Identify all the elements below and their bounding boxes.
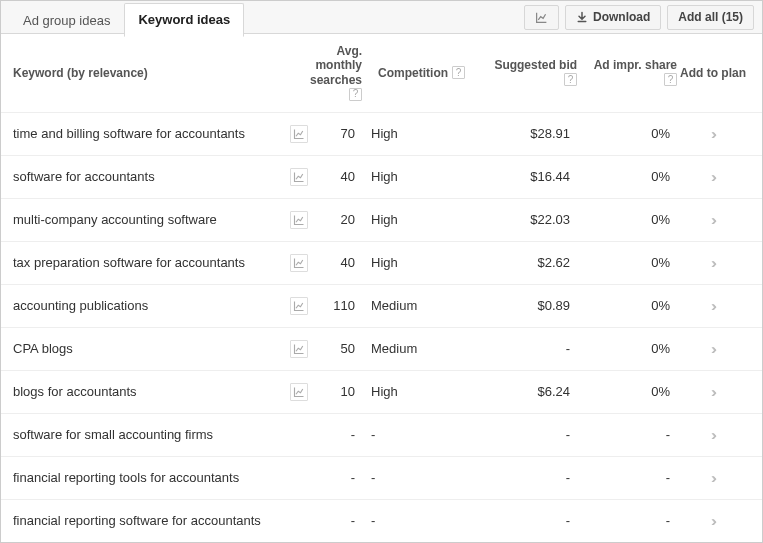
keyword-cell[interactable]: financial reporting tools for accountant… (13, 470, 288, 485)
table-row: time and billing software for accountant… (1, 113, 762, 156)
col-add: Add to plan (677, 66, 754, 80)
share-cell: - (570, 513, 670, 528)
competition-cell: High (365, 169, 475, 184)
keyword-cell[interactable]: accounting publications (13, 298, 288, 313)
competition-cell: - (365, 513, 475, 528)
table-row: financial reporting software for account… (1, 500, 762, 543)
col-keyword[interactable]: Keyword (by relevance) (13, 66, 288, 80)
competition-cell: High (365, 126, 475, 141)
table-row: blogs for accountants10High$6.240%›› (1, 371, 762, 414)
add-to-plan-button[interactable]: ›› (702, 168, 722, 185)
bid-cell: $6.24 (475, 384, 570, 399)
col-competition[interactable]: Competition? (372, 66, 482, 80)
share-cell: - (570, 427, 670, 442)
competition-cell: High (365, 212, 475, 227)
add-to-plan-button[interactable]: ›› (702, 426, 722, 443)
share-cell: 0% (570, 255, 670, 270)
keyword-cell[interactable]: blogs for accountants (13, 384, 288, 399)
trend-chart-icon[interactable] (290, 383, 308, 401)
col-share[interactable]: Ad impr. share ? (577, 58, 677, 87)
trend-chart-icon[interactable] (290, 297, 308, 315)
table-row: multi-company accounting software20High$… (1, 199, 762, 242)
bid-cell: $2.62 (475, 255, 570, 270)
bid-cell: $22.03 (475, 212, 570, 227)
download-label: Download (593, 10, 650, 24)
help-icon[interactable]: ? (349, 88, 362, 101)
col-bid[interactable]: Suggested bid ? (482, 58, 577, 87)
trend-chart-icon[interactable] (290, 340, 308, 358)
competition-cell: High (365, 384, 475, 399)
searches-cell: - (310, 470, 365, 485)
keyword-cell[interactable]: tax preparation software for accountants (13, 255, 288, 270)
trend-chart-icon[interactable] (290, 168, 308, 186)
add-all-button[interactable]: Add all (15) (667, 5, 754, 30)
bid-cell: - (475, 427, 570, 442)
table: Keyword (by relevance) Avg. monthly sear… (1, 34, 762, 543)
searches-cell: 10 (310, 384, 365, 399)
competition-cell: Medium (365, 341, 475, 356)
table-header: Keyword (by relevance) Avg. monthly sear… (1, 34, 762, 113)
download-button[interactable]: Download (565, 5, 661, 30)
searches-cell: 40 (310, 169, 365, 184)
col-searches[interactable]: Avg. monthly searches? (310, 44, 372, 102)
trend-chart-icon[interactable] (290, 254, 308, 272)
keyword-cell[interactable]: multi-company accounting software (13, 212, 288, 227)
competition-cell: - (365, 427, 475, 442)
share-cell: 0% (570, 169, 670, 184)
bid-cell: $28.91 (475, 126, 570, 141)
tab-ad-group-ideas[interactable]: Ad group ideas (9, 4, 124, 37)
add-to-plan-button[interactable]: ›› (702, 254, 722, 271)
add-to-plan-button[interactable]: ›› (702, 512, 722, 529)
competition-cell: High (365, 255, 475, 270)
tab-keyword-ideas[interactable]: Keyword ideas (124, 3, 244, 37)
add-to-plan-button[interactable]: ›› (702, 211, 722, 228)
trend-chart-icon[interactable] (290, 125, 308, 143)
searches-cell: - (310, 427, 365, 442)
chart-button[interactable] (524, 5, 559, 30)
keyword-cell[interactable]: time and billing software for accountant… (13, 126, 288, 141)
share-cell: 0% (570, 384, 670, 399)
add-to-plan-button[interactable]: ›› (702, 125, 722, 142)
searches-cell: 20 (310, 212, 365, 227)
help-icon[interactable]: ? (664, 73, 677, 86)
table-row: financial reporting tools for accountant… (1, 457, 762, 500)
add-to-plan-button[interactable]: ›› (702, 383, 722, 400)
share-cell: - (570, 470, 670, 485)
add-all-label: Add all (15) (678, 10, 743, 24)
chart-icon (535, 11, 548, 24)
bid-cell: - (475, 470, 570, 485)
competition-cell: Medium (365, 298, 475, 313)
table-row: software for small accounting firms----›… (1, 414, 762, 457)
trend-chart-icon[interactable] (290, 211, 308, 229)
keyword-cell[interactable]: financial reporting software for account… (13, 513, 288, 528)
table-row: CPA blogs50Medium-0%›› (1, 328, 762, 371)
searches-cell: 110 (310, 298, 365, 313)
searches-cell: 40 (310, 255, 365, 270)
share-cell: 0% (570, 341, 670, 356)
keyword-cell[interactable]: CPA blogs (13, 341, 288, 356)
add-to-plan-button[interactable]: ›› (702, 340, 722, 357)
bid-cell: - (475, 513, 570, 528)
keyword-cell[interactable]: software for accountants (13, 169, 288, 184)
add-to-plan-button[interactable]: ›› (702, 469, 722, 486)
bid-cell: $0.89 (475, 298, 570, 313)
share-cell: 0% (570, 298, 670, 313)
help-icon[interactable]: ? (564, 73, 577, 86)
table-row: software for accountants40High$16.440%›› (1, 156, 762, 199)
searches-cell: 70 (310, 126, 365, 141)
bid-cell: $16.44 (475, 169, 570, 184)
add-to-plan-button[interactable]: ›› (702, 297, 722, 314)
share-cell: 0% (570, 212, 670, 227)
download-icon (576, 11, 588, 23)
bid-cell: - (475, 341, 570, 356)
searches-cell: 50 (310, 341, 365, 356)
toolbar: Ad group ideas Keyword ideas Download Ad… (1, 1, 762, 34)
table-row: tax preparation software for accountants… (1, 242, 762, 285)
competition-cell: - (365, 470, 475, 485)
searches-cell: - (310, 513, 365, 528)
help-icon[interactable]: ? (452, 66, 465, 79)
share-cell: 0% (570, 126, 670, 141)
keyword-cell[interactable]: software for small accounting firms (13, 427, 288, 442)
table-row: accounting publications110Medium$0.890%›… (1, 285, 762, 328)
